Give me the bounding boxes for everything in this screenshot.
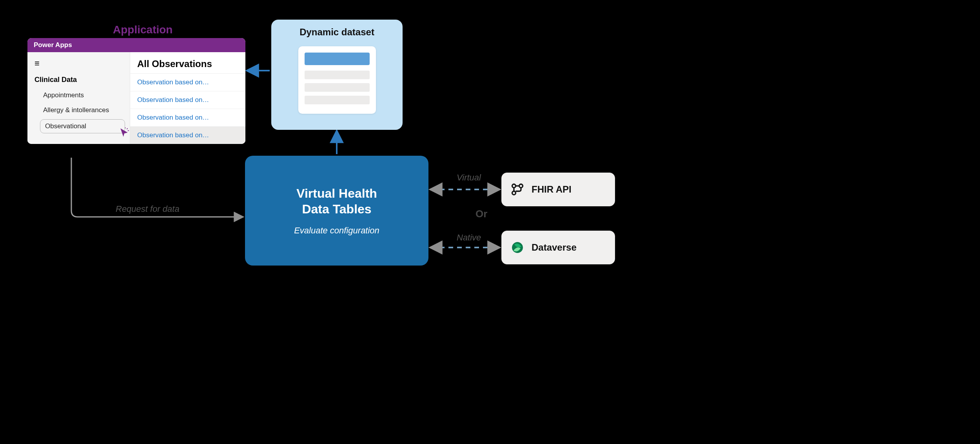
svg-point-7: [512, 184, 516, 188]
dataverse-box: Dataverse: [501, 231, 615, 264]
sidebar-item-appointments[interactable]: Appointments: [27, 88, 130, 103]
svg-point-9: [519, 184, 523, 188]
sidebar-item-allergies[interactable]: Allergy & intollerances: [27, 103, 130, 118]
hamburger-icon[interactable]: ≡: [27, 57, 130, 73]
native-label: Native: [457, 233, 481, 243]
fhir-box: FHIR API: [501, 173, 615, 206]
fhir-icon: [510, 182, 524, 197]
vhdt-title-2: Data Tables: [302, 202, 371, 216]
sidebar-item-observational[interactable]: Observational: [40, 119, 125, 133]
vhdt-subtitle: Evaluate configuration: [245, 226, 428, 236]
dataverse-icon: [510, 240, 524, 255]
request-label: Request for data: [116, 204, 180, 214]
cursor-icon: [119, 127, 129, 138]
svg-line-4: [127, 128, 128, 129]
list-item[interactable]: Observation based on…: [130, 126, 245, 144]
or-label: Or: [475, 208, 487, 220]
application-label: Application: [113, 24, 172, 36]
dataset-icon: [298, 46, 376, 114]
sidebar: ≡ Clinical Data Appointments Allergy & i…: [27, 52, 130, 144]
dataverse-label: Dataverse: [532, 242, 577, 253]
sidebar-heading: Clinical Data: [27, 73, 130, 88]
list-item[interactable]: Observation based on…: [130, 109, 245, 126]
window-titlebar: Power Apps: [27, 38, 245, 52]
fhir-label: FHIR API: [532, 184, 572, 195]
dynamic-dataset-card: Dynamic dataset: [271, 20, 403, 130]
list-item[interactable]: Observation based on…: [130, 73, 245, 91]
svg-line-6: [125, 127, 125, 128]
svg-point-8: [512, 191, 516, 195]
powerapps-window: Power Apps ≡ Clinical Data Appointments …: [27, 38, 245, 144]
list-item[interactable]: Observation based on…: [130, 91, 245, 109]
vhdt-card: Virtual Health Data Tables Evaluate conf…: [245, 156, 428, 266]
main-panel: All Observations Observation based on… O…: [130, 52, 245, 144]
svg-line-5: [128, 131, 129, 131]
sidebar-item-label: Observational: [45, 122, 86, 130]
observations-heading: All Observations: [130, 52, 245, 73]
vhdt-title-1: Virtual Health: [296, 186, 377, 200]
dynamic-dataset-label: Dynamic dataset: [271, 27, 403, 38]
virtual-label: Virtual: [457, 173, 481, 183]
